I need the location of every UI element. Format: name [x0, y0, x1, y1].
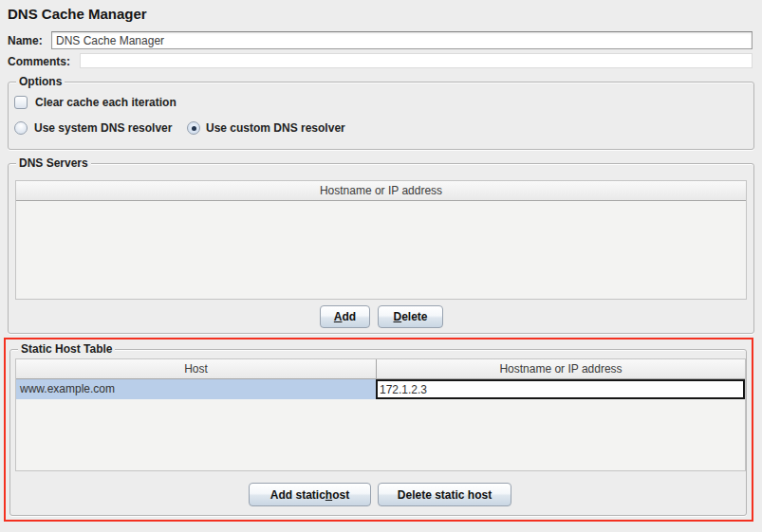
system-dns-resolver-label: Use system DNS resolver [34, 121, 172, 135]
name-label: Name: [8, 34, 43, 47]
options-legend: Options [16, 75, 65, 88]
clear-cache-checkbox[interactable] [14, 96, 28, 109]
host-column-header[interactable]: Host [16, 359, 376, 378]
name-input[interactable] [51, 31, 753, 49]
clear-cache-label: Clear cache each iteration [35, 96, 177, 109]
radio-dot-icon [192, 126, 196, 131]
delete-static-host-button[interactable]: Delete static host [378, 483, 511, 506]
button-label-part: dd [343, 310, 357, 323]
button-label-part: elete [401, 310, 427, 323]
static-host-table-legend: Static Host Table [18, 342, 115, 356]
custom-dns-resolver-label: Use custom DNS resolver [206, 121, 345, 135]
delete-dns-server-button[interactable]: Delete [378, 305, 443, 328]
static-host-table-header: Host Hostname or IP address [16, 359, 745, 379]
host-cell-selected[interactable]: www.example.com [16, 379, 376, 399]
static-host-table[interactable]: Host Hostname or IP address www.example.… [15, 358, 746, 471]
dns-servers-column-header[interactable]: Hostname or IP address [16, 181, 746, 200]
dns-servers-legend: DNS Servers [16, 156, 91, 170]
dns-cache-manager-panel: DNS Cache Manager Name: Comments: Option… [0, 0, 762, 532]
button-mnemonic: A [334, 310, 343, 323]
dns-servers-table-header: Hostname or IP address [16, 181, 746, 201]
button-label-part: ost [332, 488, 349, 502]
address-cell [376, 379, 745, 399]
system-dns-resolver-radio[interactable] [14, 121, 28, 135]
button-label-part: Add static [270, 488, 325, 502]
button-mnemonic: h [325, 488, 332, 502]
button-mnemonic: D [393, 310, 401, 323]
options-group: Options Clear cache each iteration Use s… [8, 82, 754, 150]
page-title: DNS Cache Manager [8, 6, 147, 22]
add-dns-server-button[interactable]: Add [320, 305, 370, 328]
dns-servers-table[interactable]: Hostname or IP address [15, 180, 747, 300]
comments-label: Comments: [8, 55, 70, 68]
button-label-part: Delete static host [398, 488, 492, 502]
address-cell-editor[interactable] [376, 379, 745, 399]
address-column-header[interactable]: Hostname or IP address [376, 359, 745, 378]
custom-dns-resolver-radio[interactable] [187, 121, 200, 135]
comments-input[interactable] [80, 53, 753, 68]
static-host-table-row: www.example.com [16, 379, 745, 399]
add-static-host-button[interactable]: Add static host [249, 483, 371, 506]
